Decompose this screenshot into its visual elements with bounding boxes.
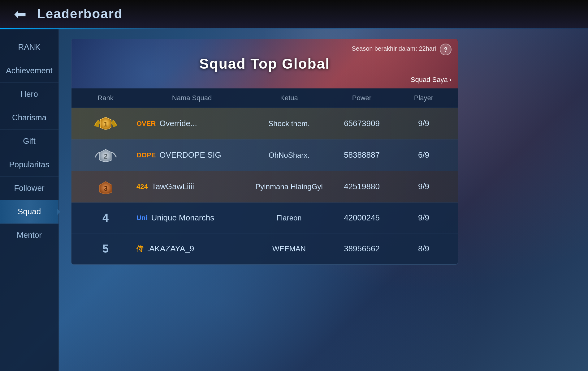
squad-name-cell-2: DOPE OVERDOPE SIG bbox=[133, 150, 250, 160]
squad-tag-1: OVER bbox=[136, 120, 156, 128]
rank-number-4: 4 bbox=[102, 211, 109, 224]
leaderboard-title: Squad Top Global bbox=[199, 55, 330, 72]
squad-name-cell-5: 侍 .AKAZAYA_9 bbox=[133, 244, 250, 254]
col-power: Power bbox=[328, 94, 396, 102]
table-row[interactable]: 5 侍 .AKAZAYA_9 WEEMAN 38956562 8/9 bbox=[71, 233, 458, 264]
power-3: 42519880 bbox=[328, 182, 396, 191]
sidebar-item-popularitas[interactable]: Popularitas bbox=[0, 153, 58, 177]
sidebar-item-mentor[interactable]: Mentor bbox=[0, 224, 58, 247]
ketua-2: OhNoSharx. bbox=[250, 150, 328, 160]
sidebar-item-squad[interactable]: Squad bbox=[0, 200, 58, 224]
svg-text:2: 2 bbox=[104, 152, 107, 160]
ketua-4: Flareon bbox=[250, 213, 328, 223]
season-info: Season berakhir dalam: 22hari bbox=[352, 45, 436, 52]
chevron-right-icon: › bbox=[449, 76, 452, 84]
ketua-5: WEEMAN bbox=[250, 244, 328, 254]
table-row[interactable]: 4 Uni Unique Monarchs Flareon 42000245 9… bbox=[71, 203, 458, 233]
rank2-badge-icon: 2 bbox=[93, 142, 119, 168]
squad-fullname-3: TawGawLiiii bbox=[152, 182, 194, 191]
table-row[interactable]: 2 DOPE OVERDOPE SIG OhNoSharx. 58388887 … bbox=[71, 139, 458, 171]
rank1-badge-icon: 1 bbox=[93, 110, 119, 137]
squad-fullname-5: .AKAZAYA_9 bbox=[147, 244, 194, 254]
squad-tag-2: DOPE bbox=[136, 151, 156, 159]
sidebar-item-rank[interactable]: RANK bbox=[0, 36, 58, 59]
rank-badge-2: 2 bbox=[78, 142, 133, 168]
rank-badge-4: 4 bbox=[78, 211, 133, 224]
rank-number-5: 5 bbox=[102, 242, 109, 255]
squad-fullname-4: Unique Monarchs bbox=[151, 213, 214, 223]
back-arrow-icon: ⬅ bbox=[14, 5, 26, 23]
sidebar-item-gift[interactable]: Gift bbox=[0, 130, 58, 153]
column-headers: Rank Nama Squad Ketua Power Player bbox=[71, 88, 458, 108]
power-1: 65673909 bbox=[328, 119, 396, 128]
main-layout: RANK Achievement Hero Charisma Gift Popu… bbox=[0, 29, 588, 371]
back-button[interactable]: ⬅ bbox=[9, 3, 31, 25]
svg-text:1: 1 bbox=[104, 120, 107, 128]
help-button[interactable]: ? bbox=[440, 44, 452, 55]
rank-badge-5: 5 bbox=[78, 242, 133, 255]
table-row[interactable]: 3 424 TawGawLiiii Pyinmana HlaingGyi 425… bbox=[71, 171, 458, 203]
sidebar-item-follower[interactable]: Follower bbox=[0, 177, 58, 200]
ketua-3: Pyinmana HlaingGyi bbox=[250, 182, 328, 191]
power-5: 38956562 bbox=[328, 244, 396, 254]
top-bar: ⬅ Leaderboard bbox=[0, 0, 588, 28]
content-area: Squad Top Global Season berakhir dalam: … bbox=[59, 29, 588, 371]
squad-saya-label: Squad Saya bbox=[411, 76, 448, 84]
col-rank: Rank bbox=[78, 94, 133, 102]
sidebar-item-hero[interactable]: Hero bbox=[0, 83, 58, 106]
table-row[interactable]: 1 OVER Override... Shock them. 65673909 … bbox=[71, 108, 458, 139]
squad-name-cell-3: 424 TawGawLiiii bbox=[133, 182, 250, 191]
sidebar-item-achievement[interactable]: Achievement bbox=[0, 59, 58, 83]
col-ketua: Ketua bbox=[250, 94, 328, 102]
squad-saya-button[interactable]: Squad Saya › bbox=[411, 76, 452, 84]
squad-fullname-2: OVERDOPE SIG bbox=[159, 150, 221, 160]
sidebar-item-charisma[interactable]: Charisma bbox=[0, 106, 58, 130]
ketua-1: Shock them. bbox=[250, 119, 328, 128]
squad-name-cell-4: Uni Unique Monarchs bbox=[133, 213, 250, 223]
power-4: 42000245 bbox=[328, 213, 396, 223]
page-title: Leaderboard bbox=[37, 6, 123, 21]
player-5: 8/9 bbox=[396, 244, 452, 254]
sidebar: RANK Achievement Hero Charisma Gift Popu… bbox=[0, 29, 59, 371]
player-1: 9/9 bbox=[396, 119, 452, 128]
squad-name-cell-1: OVER Override... bbox=[133, 119, 250, 128]
power-2: 58388887 bbox=[328, 150, 396, 160]
rank3-badge-icon: 3 bbox=[93, 173, 119, 200]
rank-badge-3: 3 bbox=[78, 173, 133, 200]
player-3: 9/9 bbox=[396, 182, 452, 191]
squad-fullname-1: Override... bbox=[159, 119, 197, 128]
squad-tag-3: 424 bbox=[136, 183, 148, 191]
squad-tag-4: Uni bbox=[136, 214, 147, 222]
squad-tag-5: 侍 bbox=[136, 244, 143, 254]
leaderboard-header: Squad Top Global Season berakhir dalam: … bbox=[71, 39, 458, 88]
player-2: 6/9 bbox=[396, 150, 452, 160]
col-player: Player bbox=[396, 94, 452, 102]
player-4: 9/9 bbox=[396, 213, 452, 223]
leaderboard-panel: Squad Top Global Season berakhir dalam: … bbox=[71, 39, 458, 265]
col-nama-squad: Nama Squad bbox=[133, 94, 250, 102]
rank-badge-1: 1 bbox=[78, 110, 133, 137]
svg-text:3: 3 bbox=[104, 185, 107, 192]
